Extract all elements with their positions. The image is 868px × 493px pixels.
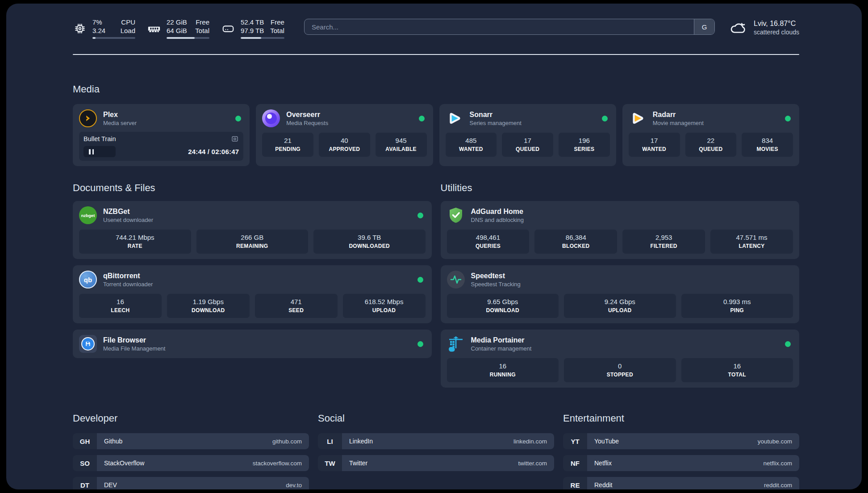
- app-description: Media Requests: [286, 120, 328, 127]
- section-title-entertainment: Entertainment: [563, 413, 799, 424]
- header: 7%3.24CPULoad22 GiB64 GiBFreeTotal52.4 T…: [73, 18, 799, 39]
- stat-tile-label: RUNNING: [449, 371, 557, 378]
- app-card-file-browser[interactable]: File BrowserMedia File Management: [73, 330, 432, 358]
- app-title: Plex: [103, 110, 137, 119]
- filebrowser-icon: [79, 335, 97, 353]
- stat-tile-label: WANTED: [447, 146, 495, 153]
- stat-tile-total: 16TOTAL: [681, 358, 793, 382]
- utilities-card-list: AdGuard HomeDNS and adblocking498,461QUE…: [441, 201, 800, 388]
- bookmark-linkedin[interactable]: LILinkedInlinkedin.com: [318, 433, 554, 449]
- app-card-header: OverseerrMedia Requests: [262, 109, 426, 127]
- system-stat-free-total-disk-icon: 52.4 TB97.9 TBFreeTotal: [221, 18, 284, 39]
- bookmark-name: LinkedIn: [349, 438, 373, 445]
- status-online-dot: [785, 116, 791, 121]
- app-card-header: SonarrSeries management: [446, 109, 610, 127]
- bookmark-abbr: RE: [563, 477, 587, 489]
- bookmark-netflix[interactable]: NFNetflixnetflix.com: [563, 455, 799, 471]
- overseerr-icon: [262, 109, 280, 127]
- app-card-header: RadarrMovie management: [629, 109, 793, 127]
- stat-tile-row: 9.65 GbpsDOWNLOAD9.24 GbpsUPLOAD0.993 ms…: [447, 294, 793, 318]
- disk-icon: [221, 21, 235, 36]
- stat-value: 52.4 TB: [241, 18, 264, 26]
- stat-tile-label: DOWNLOAD: [169, 307, 248, 314]
- stat-body: 52.4 TB97.9 TBFreeTotal: [241, 18, 284, 39]
- stat-tile-label: FILTERED: [624, 242, 703, 250]
- stat-tile-row: 16RUNNING0STOPPED16TOTAL: [447, 358, 793, 382]
- stat-tile-value: 21: [264, 136, 312, 145]
- dashboard-page: 7%3.24CPULoad22 GiB64 GiBFreeTotal52.4 T…: [6, 4, 862, 489]
- app-title: File Browser: [103, 336, 165, 344]
- search-bar[interactable]: G: [304, 19, 715, 35]
- bookmark-dev[interactable]: DTDEVdev.to: [73, 477, 309, 489]
- stat-values: 22 GiB64 GiB: [167, 18, 187, 35]
- app-description: Movie management: [653, 120, 704, 127]
- bookmarks-grid: DeveloperGHGithubgithub.comSOStackOverfl…: [73, 413, 799, 489]
- weather-widget: Lviv, 16.87°C scattered clouds: [728, 18, 799, 38]
- stat-tile-running: 16RUNNING: [447, 358, 559, 382]
- stat-tile-label: DOWNLOADED: [315, 242, 424, 250]
- app-description: Series management: [470, 120, 522, 127]
- bookmark-abbr: GH: [73, 433, 97, 449]
- stat-value: 22 GiB: [167, 18, 187, 26]
- search-provider-button[interactable]: G: [694, 19, 714, 34]
- bookmark-group-social: SocialLILinkedInlinkedin.comTWTwittertwi…: [318, 413, 554, 489]
- stat-tile-value: 498,461: [449, 233, 528, 242]
- status-online-dot: [419, 116, 425, 121]
- app-title: Sonarr: [470, 110, 522, 119]
- pause-button[interactable]: [83, 146, 116, 157]
- radarr-icon: [629, 109, 647, 127]
- stat-tile-value: 47.571 ms: [712, 233, 791, 242]
- bookmark-domain: netflix.com: [763, 460, 792, 467]
- app-card-sonarr[interactable]: SonarrSeries management485WANTED17QUEUED…: [439, 104, 616, 166]
- qbittorrent-icon: qb: [79, 271, 97, 288]
- app-description: Container management: [471, 345, 532, 352]
- app-title: NZBGet: [103, 207, 153, 216]
- app-card-speedtest[interactable]: SpeedtestSpeedtest Tracking9.65 GbpsDOWN…: [441, 265, 800, 323]
- adguard-icon: [447, 206, 465, 224]
- stat-label: Total: [270, 26, 284, 35]
- stat-progress-bar: [92, 37, 135, 39]
- app-card-media-portainer[interactable]: Media PortainerContainer management16RUN…: [441, 330, 800, 388]
- stat-tile-downloaded: 39.6 TBDOWNLOADED: [313, 230, 426, 254]
- stat-tile-label: REMAINING: [198, 242, 307, 250]
- stat-tile-label: STOPPED: [566, 371, 674, 378]
- app-card-header: Media PortainerContainer management: [447, 335, 793, 353]
- stat-progress-bar: [167, 37, 209, 39]
- search-input[interactable]: [305, 19, 694, 34]
- stat-labels: CPULoad: [121, 18, 135, 35]
- bookmark-domain: github.com: [272, 438, 302, 445]
- documents-card-list: nzbgetNZBGetUsenet downloader744.21 Mbps…: [73, 201, 432, 358]
- app-card-header: SpeedtestSpeedtest Tracking: [447, 271, 793, 288]
- app-card-nzbget[interactable]: nzbgetNZBGetUsenet downloader744.21 Mbps…: [73, 201, 432, 259]
- bookmark-github[interactable]: GHGithubgithub.com: [73, 433, 309, 449]
- app-card-header: AdGuard HomeDNS and adblocking: [447, 206, 793, 224]
- stat-tile-row: 498,461QUERIES86,384BLOCKED2,953FILTERED…: [447, 230, 793, 254]
- app-title: Radarr: [653, 110, 704, 119]
- stat-tile-ping: 0.993 msPING: [681, 294, 793, 318]
- stat-tile-value: 22: [687, 136, 735, 145]
- stat-value: 64 GiB: [167, 26, 187, 35]
- system-stat-cpu-load-cpu-icon: 7%3.24CPULoad: [73, 18, 135, 39]
- bookmark-twitter[interactable]: TWTwittertwitter.com: [318, 455, 554, 471]
- stat-tile-latency: 47.571 msLATENCY: [710, 230, 793, 254]
- bookmark-stackoverflow[interactable]: SOStackOverflowstackoverflow.com: [73, 455, 309, 471]
- stat-tile-label: UPLOAD: [566, 307, 674, 314]
- app-card-qbittorrent[interactable]: qbqBittorrentTorrent downloader16LEECH1.…: [73, 265, 432, 323]
- bookmark-domain: linkedin.com: [513, 438, 547, 445]
- stat-progress-bar: [241, 37, 284, 39]
- section-title-social: Social: [318, 413, 554, 424]
- speedtest-icon: [447, 271, 465, 288]
- stat-label: Free: [271, 18, 284, 26]
- cloud-icon: [728, 18, 748, 38]
- app-card-overseerr[interactable]: OverseerrMedia Requests21PENDING40APPROV…: [256, 104, 433, 166]
- stat-tile-value: 17: [504, 136, 551, 145]
- stat-body: 7%3.24CPULoad: [92, 18, 135, 39]
- screen-icon: [231, 135, 239, 143]
- app-card-radarr[interactable]: RadarrMovie management17WANTED22QUEUED83…: [622, 104, 799, 166]
- browser-window: 7%3.24CPULoad22 GiB64 GiBFreeTotal52.4 T…: [0, 0, 868, 493]
- stat-tile-value: 16: [683, 362, 792, 370]
- bookmark-youtube[interactable]: YTYouTubeyoutube.com: [563, 433, 799, 449]
- bookmark-reddit[interactable]: RERedditreddit.com: [563, 477, 799, 489]
- app-card-adguard-home[interactable]: AdGuard HomeDNS and adblocking498,461QUE…: [441, 201, 800, 259]
- app-card-plex[interactable]: PlexMedia serverBullet Train24:44 / 02:0…: [73, 104, 250, 166]
